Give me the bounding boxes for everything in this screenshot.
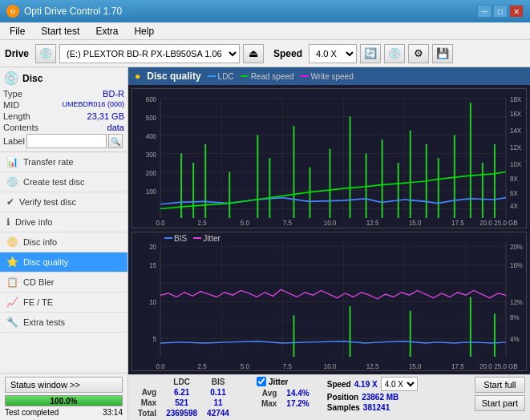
minimize-button[interactable]: ─ xyxy=(477,5,492,18)
svg-text:20: 20 xyxy=(149,242,156,251)
contents-label: Contents xyxy=(3,123,38,132)
nav-verify-test-disc[interactable]: ✔ Verify test disc xyxy=(0,192,127,212)
speed-stat-select[interactable]: 4.0 X xyxy=(381,377,418,391)
drive-select[interactable]: (E:) PLEXTOR BD-R PX-LB950SA 1.06 xyxy=(59,44,240,63)
svg-rect-18 xyxy=(229,172,230,219)
nav-cd-bler[interactable]: 📋 CD Bler xyxy=(0,273,127,293)
status-text: Test completed xyxy=(5,408,59,417)
bis-jitter-chart-svg: 20 15 10 5 20% 16% 12% 8% 4% 0.0 2.5 5.0… xyxy=(132,232,526,371)
disc-button[interactable]: 💿 xyxy=(384,44,405,63)
svg-text:0.0: 0.0 xyxy=(156,361,165,370)
start-full-button[interactable]: Start full xyxy=(475,377,525,393)
label-browse-button[interactable]: 🔍 xyxy=(108,134,123,148)
jitter-max-val: 17.2% xyxy=(281,398,314,409)
nav-create-test-disc-label: Create test disc xyxy=(23,177,84,187)
svg-text:12X: 12X xyxy=(510,143,521,151)
nav-fe-te[interactable]: 📈 FE / TE xyxy=(0,293,127,313)
refresh-button[interactable]: 🔄 xyxy=(360,44,381,63)
svg-rect-23 xyxy=(330,149,331,218)
svg-rect-15 xyxy=(180,154,182,219)
status-window-button[interactable]: Status window >> xyxy=(5,377,123,393)
svg-rect-27 xyxy=(398,163,399,218)
avg-ldc: 6.21 xyxy=(161,387,202,398)
disc-info-icon: 📀 xyxy=(6,236,18,248)
legend-ldc: LDC xyxy=(208,72,234,81)
eject-button[interactable]: ⏏ xyxy=(243,44,264,63)
verify-test-disc-icon: ✔ xyxy=(6,196,14,208)
svg-rect-30 xyxy=(438,158,439,218)
svg-text:10: 10 xyxy=(149,297,156,306)
speed-select[interactable]: 4.0 X xyxy=(309,44,357,63)
svg-text:2.5: 2.5 xyxy=(198,361,207,370)
settings-button[interactable]: ⚙ xyxy=(408,44,429,63)
status-time: 33:14 xyxy=(103,408,123,417)
total-ldc: 2369598 xyxy=(161,408,202,418)
jitter-checkbox[interactable] xyxy=(257,377,266,386)
svg-text:6X: 6X xyxy=(510,189,518,198)
nav-fe-te-label: FE / TE xyxy=(23,297,53,307)
svg-text:4X: 4X xyxy=(510,202,518,211)
write-legend-label: Write speed xyxy=(311,72,354,81)
status-section: Status window >> 100.0% Test completed 3… xyxy=(0,373,127,420)
svg-rect-16 xyxy=(192,163,194,218)
extra-tests-icon: 🔧 xyxy=(6,317,18,328)
nav-disc-info[interactable]: 📀 Disc info xyxy=(0,232,127,252)
stats-table: LDC BIS Avg 6.21 0.11 Max 521 11 xyxy=(133,377,244,418)
svg-rect-32 xyxy=(470,103,471,218)
avg-label: Avg xyxy=(133,387,161,398)
disc-contents-row: Contents data xyxy=(3,123,124,132)
menu-file[interactable]: File xyxy=(3,24,31,38)
nav-disc-quality[interactable]: ⭐ Disc quality xyxy=(0,252,127,273)
jitter-color xyxy=(193,237,201,239)
jitter-max-row: Max 17.2% xyxy=(257,398,314,409)
total-label: Total xyxy=(133,408,161,418)
ldc-chart-svg: 600 500 400 300 200 100 18X 16X 14X 12X … xyxy=(132,89,526,228)
type-value: BD-R xyxy=(103,89,124,99)
nav-items: 📊 Transfer rate 💿 Create test disc ✔ Ver… xyxy=(0,152,127,373)
nav-transfer-rate-label: Transfer rate xyxy=(23,157,74,167)
nav-disc-info-label: Disc info xyxy=(23,237,57,247)
svg-text:100: 100 xyxy=(146,188,157,196)
app-logo: O xyxy=(6,5,19,18)
svg-text:15: 15 xyxy=(149,260,156,269)
svg-rect-25 xyxy=(366,154,367,219)
svg-text:25.0 GB: 25.0 GB xyxy=(494,219,518,228)
jitter-section: Jitter Avg 14.4% Max 17.2% xyxy=(257,377,314,409)
position-val: 23862 MB xyxy=(362,393,399,402)
nav-extra-tests-label: Extra tests xyxy=(23,317,65,327)
close-button[interactable]: ✕ xyxy=(509,5,524,18)
avg-bis: 0.11 xyxy=(202,387,234,398)
save-button[interactable]: 💾 xyxy=(432,44,453,63)
nav-transfer-rate[interactable]: 📊 Transfer rate xyxy=(0,152,127,172)
nav-drive-info[interactable]: ℹ Drive info xyxy=(0,212,127,232)
label-input[interactable] xyxy=(26,134,107,148)
svg-rect-21 xyxy=(293,126,294,218)
menu-start-test[interactable]: Start test xyxy=(34,24,86,38)
maximize-button[interactable]: □ xyxy=(493,5,508,18)
write-legend-color xyxy=(301,75,309,77)
start-part-button[interactable]: Start part xyxy=(475,395,525,411)
total-bis: 42744 xyxy=(202,408,234,418)
jitter-checkbox-row: Jitter xyxy=(257,377,314,386)
svg-text:10.0: 10.0 xyxy=(324,361,337,370)
titlebar-controls: ─ □ ✕ xyxy=(477,5,524,18)
nav-extra-tests[interactable]: 🔧 Extra tests xyxy=(0,313,127,333)
col-header-bis: BIS xyxy=(202,377,234,387)
action-buttons: Start full Start part xyxy=(475,377,525,411)
transfer-rate-icon: 📊 xyxy=(6,156,18,168)
stats-row-total: Total 2369598 42744 xyxy=(133,408,244,418)
menu-extra[interactable]: Extra xyxy=(89,24,124,38)
svg-rect-34 xyxy=(494,144,496,218)
position-row: Position 23862 MB xyxy=(327,393,418,402)
menu-help[interactable]: Help xyxy=(127,24,160,38)
svg-text:16%: 16% xyxy=(510,260,523,269)
nav-create-test-disc[interactable]: 💿 Create test disc xyxy=(0,172,127,192)
jitter-avg-val: 14.4% xyxy=(281,388,314,398)
jitter-table: Avg 14.4% Max 17.2% xyxy=(257,388,314,409)
svg-text:14X: 14X xyxy=(510,127,521,135)
disc-section: 💿 Disc Type BD-R MID UMEBDR016 (000) Len… xyxy=(0,67,127,152)
svg-text:16X: 16X xyxy=(510,110,521,119)
svg-text:17.5: 17.5 xyxy=(451,219,464,228)
svg-text:7.5: 7.5 xyxy=(283,361,292,370)
label-label: Label xyxy=(3,136,25,146)
